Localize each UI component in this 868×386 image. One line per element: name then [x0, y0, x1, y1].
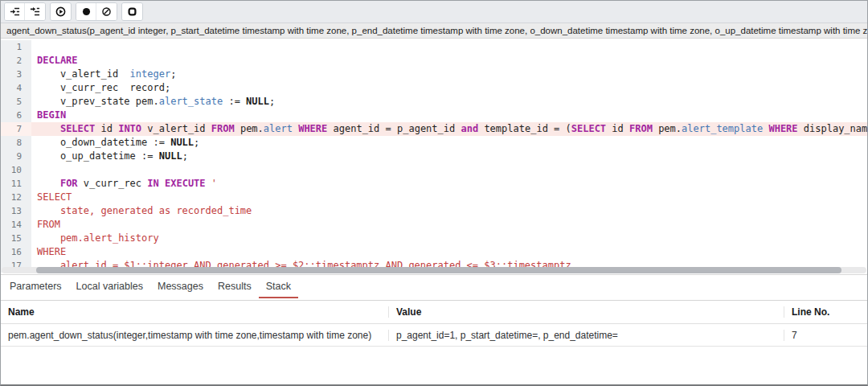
toolbar-button-group: [76, 2, 117, 21]
code-editor[interactable]: 12DECLARE3 v_alert_id integer;4 v_curr_r…: [1, 39, 867, 275]
step-into-button[interactable]: [5, 3, 25, 20]
code-line: 8 o_down_datetime := NULL;: [1, 136, 867, 150]
debugger-toolbar: [1, 1, 867, 23]
code-text: FOR v_curr_rec IN EXECUTE ': [31, 177, 217, 191]
stack-table-body: pem.agent_down_status(integer,timestamp …: [1, 324, 867, 347]
toolbar-button-group: [121, 2, 143, 21]
line-number-gutter[interactable]: 13: [1, 204, 31, 218]
column-header-value: Value: [389, 306, 784, 318]
clear-all-breakpoints-button[interactable]: [96, 3, 117, 20]
line-number-gutter[interactable]: 16: [1, 245, 31, 259]
line-number-gutter[interactable]: 5: [1, 95, 31, 109]
code-text: state, generated as recorded_time: [31, 204, 252, 218]
code-line: 16WHERE: [1, 245, 867, 259]
code-line: 10: [1, 163, 867, 177]
stack-cell: pem.agent_down_status(integer,timestamp …: [1, 330, 389, 341]
code-text: o_down_datetime := NULL;: [31, 136, 199, 150]
stack-frame-row[interactable]: pem.agent_down_status(integer,timestamp …: [1, 324, 867, 347]
code-lines: 12DECLARE3 v_alert_id integer;4 v_curr_r…: [1, 39, 867, 273]
function-signature: agent_down_status(p_agent_id integer, p_…: [1, 23, 867, 39]
code-line: 6BEGIN: [1, 109, 867, 122]
stack-table-header: NameValueLine No.: [1, 301, 867, 324]
clear-all-breakpoints-icon: [101, 6, 112, 17]
tab-stack[interactable]: Stack: [259, 275, 298, 298]
line-number-gutter[interactable]: 8: [1, 136, 31, 150]
line-number-gutter[interactable]: 10: [1, 163, 31, 177]
tab-parameters[interactable]: Parameters: [2, 275, 69, 298]
line-number-gutter[interactable]: 4: [1, 81, 31, 95]
code-text: o_up_datetime := NULL;: [31, 150, 188, 163]
line-number-gutter[interactable]: 1: [1, 40, 31, 54]
code-line: 12SELECT: [1, 191, 867, 204]
stop-button[interactable]: [122, 3, 142, 20]
line-number-gutter[interactable]: 3: [1, 68, 31, 81]
horizontal-scrollbar-thumb[interactable]: [36, 267, 841, 273]
code-line: 3 v_alert_id integer;: [1, 68, 867, 81]
code-line: 9 o_up_datetime := NULL;: [1, 150, 867, 163]
code-line: 15 pem.alert_history: [1, 232, 867, 245]
line-number-gutter[interactable]: 6: [1, 109, 31, 122]
code-text: DECLARE: [31, 54, 78, 68]
debugger-window: agent_down_status(p_agent_id integer, p_…: [0, 0, 868, 386]
column-header-line-no: Line No.: [784, 306, 867, 318]
line-number-gutter[interactable]: 15: [1, 232, 31, 245]
code-text: v_alert_id integer;: [31, 68, 176, 81]
horizontal-scrollbar[interactable]: [2, 267, 866, 273]
toggle-breakpoint-icon: [81, 6, 92, 17]
code-line: 2DECLARE: [1, 54, 867, 68]
line-number-gutter[interactable]: 11: [1, 177, 31, 191]
stack-table: NameValueLine No. pem.agent_down_status(…: [1, 301, 867, 347]
step-into-icon: [10, 6, 20, 17]
step-over-icon: [30, 6, 40, 17]
code-text: [31, 163, 37, 177]
toolbar-button-group: [4, 2, 46, 21]
line-number-gutter[interactable]: 2: [1, 54, 31, 68]
current-execution-line: 7 SELECT id INTO v_alert_id FROM pem.ale…: [1, 122, 867, 136]
line-number-gutter[interactable]: 12: [1, 191, 31, 204]
code-line: 4 v_curr_rec record;: [1, 81, 867, 95]
stop-icon: [127, 6, 137, 17]
step-over-button[interactable]: [25, 3, 45, 20]
code-line: 11 FOR v_curr_rec IN EXECUTE ': [1, 177, 867, 191]
stack-cell: p_agent_id=1, p_start_datetime=, p_end_d…: [389, 330, 784, 341]
code-text: SELECT: [31, 191, 72, 204]
code-text: pem.alert_history: [31, 232, 159, 245]
code-text: SELECT id INTO v_alert_id FROM pem.alert…: [31, 122, 867, 136]
code-text: FROM: [31, 218, 60, 232]
code-line: 13 state, generated as recorded_time: [1, 204, 867, 218]
code-text: WHERE: [31, 245, 66, 259]
tab-results[interactable]: Results: [211, 275, 259, 298]
empty-panel-area: [1, 347, 867, 384]
line-number-gutter[interactable]: 7: [1, 122, 31, 136]
code-text: v_curr_rec record;: [31, 81, 170, 95]
code-text: [31, 40, 37, 54]
tab-local-variables[interactable]: Local variables: [69, 275, 150, 298]
continue-button[interactable]: [51, 3, 71, 20]
code-line: 14FROM: [1, 218, 867, 232]
line-number-gutter[interactable]: 9: [1, 150, 31, 163]
stack-cell: 7: [784, 330, 867, 341]
debugger-tab-bar: ParametersLocal variablesMessagesResults…: [1, 275, 867, 301]
code-line: 5 v_prev_state pem.alert_state := NULL;: [1, 95, 867, 109]
continue-icon: [55, 6, 66, 17]
code-line: 1: [1, 40, 867, 54]
tab-messages[interactable]: Messages: [150, 275, 211, 298]
toolbar-button-group: [50, 2, 72, 21]
line-number-gutter[interactable]: 14: [1, 218, 31, 232]
code-text: BEGIN: [31, 109, 66, 122]
column-header-name: Name: [1, 306, 389, 318]
toggle-breakpoint-button[interactable]: [76, 3, 96, 20]
code-text: v_prev_state pem.alert_state := NULL;: [31, 95, 275, 109]
